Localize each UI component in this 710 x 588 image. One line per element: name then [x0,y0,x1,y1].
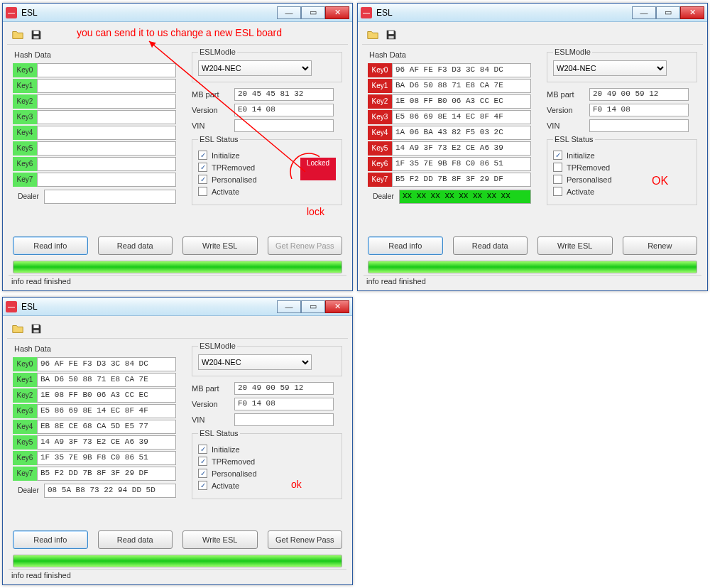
status-bar: info read finished [9,275,346,286]
read-data-button[interactable]: Read data [98,530,173,549]
key-input[interactable]: 96 AF FE F3 D3 3C 84 DC [392,63,531,77]
mbpart-label: MB part [547,90,589,99]
checkbox[interactable] [553,175,562,184]
version-input[interactable]: F0 14 08 [234,398,334,410]
save-icon[interactable] [30,28,43,41]
close-button[interactable]: ✕ [680,6,704,19]
dealer-input[interactable]: 08 5A B8 73 22 94 DD 5D [44,484,176,498]
key-input[interactable]: EB 8E CE 68 CA 5D E5 77 [37,420,176,434]
titlebar[interactable]: ESL — ▭ ✕ [358,4,707,22]
esl-model-legend: ESLModle [553,48,592,56]
key-input[interactable]: E5 86 69 8E 14 EC 8F 4F [37,404,176,418]
key-input[interactable]: E5 86 69 8E 14 EC 8F 4F [392,110,531,124]
checkbox[interactable]: ✓ [198,175,207,184]
key-input[interactable]: B5 F2 DD 7B 8F 3F 29 DF [392,173,531,187]
checkbox[interactable] [553,187,562,196]
key-input[interactable] [37,126,176,140]
key-label: Key4 [13,126,37,140]
esl-model-select[interactable]: W204-NEC [198,354,312,370]
write-esl-button[interactable]: Write ESL [182,236,258,255]
key-label: Key5 [13,141,37,156]
checkbox-label: Initialize [212,445,240,454]
mbpart-input[interactable]: 20 49 00 59 12 [234,382,334,395]
mbpart-input[interactable]: 20 45 45 81 32 [234,88,334,101]
key-input[interactable] [37,110,176,124]
checkbox[interactable]: ✓ [198,445,207,454]
checkbox[interactable]: ✓ [198,481,207,490]
maximize-button[interactable]: ▭ [301,6,325,19]
hash-data-panel: Hash Data Key0Key1Key2Key3Key4Key5Key6Ke… [13,48,176,205]
key-label: Key0 [368,63,392,77]
key-input[interactable]: 14 A9 3F 73 E2 CE A6 39 [37,435,176,450]
checkbox[interactable]: ✓ [198,457,207,466]
mbpart-input[interactable]: 20 49 00 59 12 [589,88,689,101]
key-input[interactable]: 96 AF FE F3 D3 3C 84 DC [37,357,176,371]
key-input[interactable] [37,157,176,171]
minimize-button[interactable]: — [277,300,301,313]
vin-label: VIN [192,415,234,424]
key-input[interactable]: BA D6 50 88 71 E8 CA 7E [392,79,531,93]
dealer-input[interactable] [44,190,176,204]
maximize-button[interactable]: ▭ [301,300,325,313]
key-input[interactable]: 1F 35 7E 9B F8 C0 86 51 [392,157,531,171]
get-renew-pass-button: Get Renew Pass [268,236,343,255]
version-input[interactable]: F0 14 08 [589,104,689,116]
maximize-button[interactable]: ▭ [656,6,680,19]
checkbox[interactable]: ✓ [198,469,207,478]
open-icon[interactable] [11,28,24,41]
dealer-input[interactable]: XX XX XX XX XX XX XX XX [399,190,531,204]
key-input[interactable]: 1A 06 BA 43 82 F5 03 2C [392,126,531,140]
key-input[interactable] [37,63,176,77]
key-input[interactable] [37,94,176,109]
hash-data-label: Hash Data [369,50,531,59]
close-button[interactable]: ✕ [325,300,349,313]
save-icon[interactable] [30,322,43,335]
key-input[interactable]: 1E 08 FF B0 06 A3 CC EC [37,388,176,403]
key-input[interactable]: 1E 08 FF B0 06 A3 CC EC [392,94,531,109]
button-row: Read info Read data Write ESL Renew [368,236,697,255]
key-input[interactable]: 1F 35 7E 9B F8 C0 86 51 [37,451,176,465]
checkbox[interactable]: ✓ [198,163,207,172]
read-info-button[interactable]: Read info [13,236,88,255]
save-icon[interactable] [385,28,398,41]
key-input[interactable] [37,79,176,93]
version-input[interactable]: E0 14 08 [234,104,334,116]
vin-input[interactable] [234,413,334,426]
checkbox[interactable]: ✓ [198,151,207,160]
esl-model-select[interactable]: W204-NEC [198,60,312,76]
titlebar[interactable]: ESL — ▭ ✕ [3,4,352,22]
key-input[interactable]: B5 F2 DD 7B 8F 3F 29 DF [37,467,176,481]
read-info-button[interactable]: Read info [368,236,443,255]
key-input[interactable]: 14 A9 3F 73 E2 CE A6 39 [392,141,531,156]
close-button[interactable]: ✕ [325,6,349,19]
write-esl-button[interactable]: Write ESL [182,530,258,549]
minimize-button[interactable]: — [632,6,656,19]
esl-status-group: ESL Status ✓Initialize✓TPRemoved✓Persona… [192,429,342,499]
key-label: Key7 [13,173,37,187]
checkbox[interactable] [198,187,207,196]
key-input[interactable] [37,141,176,156]
svg-rect-4 [33,325,38,328]
checkbox-label: Activate [212,187,239,196]
open-icon[interactable] [11,322,24,335]
checkbox[interactable] [553,163,562,172]
renew-button[interactable]: Renew [623,236,698,255]
esl-window-2: ESL — ▭ ✕ Hash Data Key096 AF FE F3 D3 3… [357,3,708,291]
read-data-button[interactable]: Read data [453,236,528,255]
open-icon[interactable] [366,28,379,41]
minimize-button[interactable]: — [277,6,301,19]
esl-model-select[interactable]: W204-NEC [553,60,667,76]
titlebar[interactable]: ESL — ▭ ✕ [3,298,352,316]
vin-input[interactable] [589,119,689,132]
esl-status-group: ESL Status ✓InitializeTPRemovedPersonali… [547,135,697,205]
checkbox[interactable]: ✓ [553,151,562,160]
write-esl-button[interactable]: Write ESL [537,236,613,255]
get-renew-pass-button[interactable]: Get Renew Pass [268,530,343,549]
key-label: Key1 [13,373,37,387]
key-input[interactable] [37,173,176,187]
locked-badge: Locked [300,158,336,180]
vin-input[interactable] [234,119,334,132]
read-data-button[interactable]: Read data [98,236,173,255]
key-input[interactable]: BA D6 50 88 71 E8 CA 7E [37,373,176,387]
read-info-button[interactable]: Read info [13,530,88,549]
